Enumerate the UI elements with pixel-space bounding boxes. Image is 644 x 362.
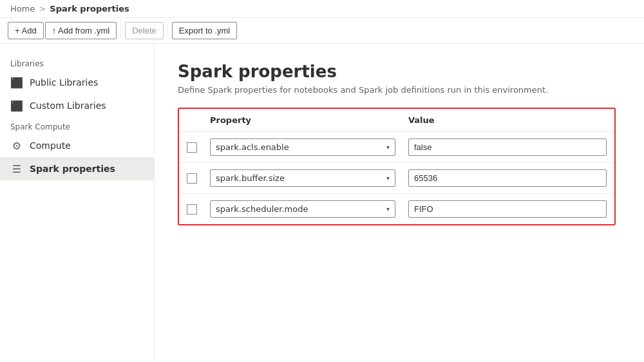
table-row: spark.buffer.size ▾ [179,163,614,194]
toolbar-divider-2 [167,23,168,39]
row-property: spark.buffer.size ▾ [210,169,408,187]
chevron-down-icon: ▾ [386,205,390,213]
sidebar-item-custom-libraries[interactable]: ⬛ Custom Libraries [0,94,154,117]
row-checkbox[interactable] [187,173,197,184]
toolbar-divider [120,23,121,39]
row-checkbox-col [187,173,210,184]
row-property: spark.acls.enable ▾ [210,138,408,156]
header-checkbox-col [187,115,210,125]
sidebar-item-compute[interactable]: ⚙ Compute [0,134,154,157]
row-checkbox-col [187,204,210,214]
page-title: Spark properties [178,62,621,81]
main-content: Spark properties Define Spark properties… [155,44,644,359]
breadcrumb-home[interactable]: Home [10,4,35,14]
value-input[interactable] [408,138,607,156]
sidebar-item-public-libraries[interactable]: ⬛ Public Libraries [0,71,154,94]
row-value [408,138,607,156]
chevron-down-icon: ▾ [386,144,390,151]
libraries-section-label: Libraries [0,54,154,71]
property-value: spark.buffer.size [216,173,285,183]
breadcrumb-current: Spark properties [50,4,129,14]
row-checkbox-col [187,142,210,153]
public-libraries-icon: ⬛ [10,76,23,89]
property-dropdown[interactable]: spark.scheduler.mode ▾ [210,200,395,218]
sidebar: Libraries ⬛ Public Libraries ⬛ Custom Li… [0,44,155,359]
row-value [408,200,607,218]
property-dropdown[interactable]: spark.acls.enable ▾ [210,138,395,156]
table-row: spark.scheduler.mode ▾ [179,194,614,224]
compute-icon: ⚙ [10,139,23,152]
value-input[interactable] [408,169,607,187]
col-header-value: Value [408,115,607,125]
property-value: spark.acls.enable [216,142,289,152]
row-property: spark.scheduler.mode ▾ [210,200,408,218]
toolbar: + Add ↑ Add from .yml Delete Export to .… [0,18,644,44]
row-checkbox[interactable] [187,142,197,153]
row-value [408,169,607,187]
export-button[interactable]: Export to .yml [172,22,237,39]
table-rows: spark.acls.enable ▾ spark.buffer.size ▾ [179,132,614,224]
add-button[interactable]: + Add [8,22,44,39]
sidebar-item-spark-properties[interactable]: ☰ Spark properties [0,157,154,180]
property-value: spark.scheduler.mode [216,204,308,214]
chevron-down-icon: ▾ [386,175,390,182]
col-header-property: Property [210,115,408,125]
breadcrumb-separator: > [39,4,46,14]
value-input[interactable] [408,200,607,218]
add-from-yml-button[interactable]: ↑ Add from .yml [45,22,117,39]
sidebar-item-label: Spark properties [30,164,115,174]
layout: Libraries ⬛ Public Libraries ⬛ Custom Li… [0,44,644,359]
sidebar-item-label: Compute [30,140,71,151]
sidebar-item-label: Public Libraries [30,77,98,88]
custom-libraries-icon: ⬛ [10,99,23,112]
delete-button[interactable]: Delete [125,22,164,39]
row-checkbox[interactable] [187,204,197,214]
page-description: Define Spark properties for notebooks an… [178,85,621,95]
breadcrumb: Home > Spark properties [0,0,644,18]
spark-properties-icon: ☰ [10,162,23,175]
properties-table: Property Value spark.acls.enable ▾ [178,108,616,225]
table-row: spark.acls.enable ▾ [179,132,614,163]
table-header: Property Value [179,109,614,132]
sidebar-item-label: Custom Libraries [30,100,106,111]
spark-compute-section-label: Spark Compute [0,117,154,134]
property-dropdown[interactable]: spark.buffer.size ▾ [210,169,395,187]
